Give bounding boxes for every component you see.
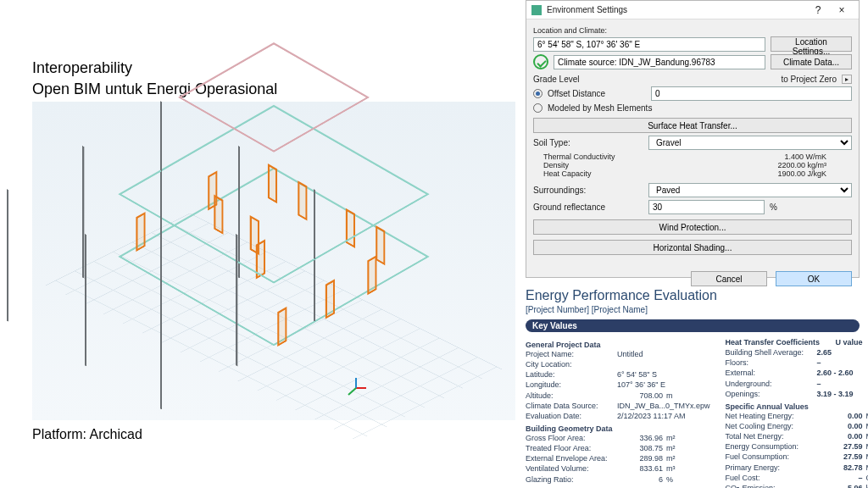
sav-fc-k: Fuel Consumption: [726, 452, 826, 462]
ground-reflectance-label: Ground reflectance [533, 202, 643, 212]
ground-reflectance-input[interactable] [648, 200, 765, 214]
gpd-city-v [617, 359, 666, 369]
help-button[interactable]: ? [806, 2, 830, 19]
htc-opn-k: Openings: [726, 389, 817, 399]
environment-settings-dialog: Environment Settings ? × Location and Cl… [526, 0, 860, 278]
htc-ext-v: 2.60 - 2.60 [817, 368, 866, 378]
offset-distance-label: Offset Distance [548, 89, 646, 98]
gpd-alt-v: 708.00 [626, 391, 663, 401]
key-values-bar: Key Values [526, 319, 860, 332]
climate-data-button[interactable]: Climate Data... [771, 54, 852, 69]
gpd-clim-v: IDN_JW_Ba...0_TMYx.epw [617, 401, 710, 411]
grade-level-label: Grade Level [533, 75, 643, 84]
wind-protection-button[interactable]: Wind Protection... [533, 219, 852, 235]
gpd-name-v: Untitled [617, 349, 666, 359]
app-icon [531, 5, 542, 15]
sav-fc-v: 27.59 [826, 452, 863, 462]
svg-line-2 [348, 388, 356, 395]
bgd-tfa-v: 308.75 [626, 443, 663, 453]
sav-nce-k: Net Cooling Energy: [726, 421, 826, 431]
thermal-cond-value: 1.400 W/mK [652, 152, 852, 161]
ok-button[interactable]: OK [776, 271, 852, 286]
gpd-alt-u: m [663, 391, 710, 401]
sav-ec-v: 27.59 [826, 441, 863, 452]
sav-co2-u: kg/m²a [863, 483, 868, 488]
bgd-gfa-k: Gross Floor Area: [526, 433, 626, 443]
htc-ext-k: External: [726, 368, 817, 378]
offset-distance-input[interactable] [651, 86, 852, 101]
cancel-button[interactable]: Cancel [691, 271, 767, 286]
bgd-vol-k: Ventilated Volume: [526, 463, 626, 474]
close-button[interactable]: × [830, 2, 854, 19]
surroundings-select[interactable]: Paved [648, 183, 852, 197]
dialog-title: Environment Settings [547, 5, 627, 14]
htc-opn-v: 3.19 - 3.19 [817, 389, 866, 399]
chevron-right-icon[interactable]: ▸ [842, 75, 852, 84]
bgd-glz-v: 6 [626, 474, 663, 485]
page-title: Interoperability [32, 59, 132, 77]
sav-nhe-v: 0.00 [826, 411, 863, 421]
density-value: 2200.00 kg/m³ [652, 161, 852, 169]
climate-source-display [554, 55, 765, 69]
energy-report: Energy Performance Evaluation [Project N… [526, 288, 860, 488]
gpd-lat-v: 6° 54' 58" S [617, 369, 666, 380]
sav-cost-u: GBP/m²a [863, 473, 868, 483]
gpd-header: General Project Data [526, 341, 710, 349]
sav-unit6: MJ/m²a [863, 463, 868, 473]
bgd-glz-u: % [663, 474, 710, 485]
sav-ec-k: Energy Consumption: [726, 441, 826, 452]
bgd-vol-v: 833.61 [626, 463, 663, 474]
sav-tne-v: 0.00 [826, 431, 863, 441]
htc-header: Heat Transfer Coefficients [726, 337, 836, 347]
htc-und-v: – [817, 379, 866, 389]
sav-unit3: MJ/m²a [863, 431, 868, 441]
modeled-by-mesh-radio[interactable] [533, 103, 542, 113]
location-settings-button[interactable]: Location Settings... [771, 36, 852, 52]
bgd-gfa-u: m² [663, 433, 710, 443]
sav-co2-v: 5.96 [826, 483, 863, 488]
horizontal-shading-button[interactable]: Horizontal Shading... [533, 240, 852, 255]
sav-cost-k: Fuel Cost: [726, 473, 826, 483]
sav-unit2: MJ/m²a [863, 421, 868, 431]
htc-uval-h: U value [836, 337, 868, 347]
sav-pe-v: 82.78 [826, 463, 863, 473]
bgd-env-v: 289.98 [626, 453, 663, 463]
model-viewport[interactable] [32, 102, 515, 420]
heat-capacity-value: 1900.00 J/kgK [652, 169, 852, 178]
sav-nce-v: 0.00 [826, 421, 863, 431]
gpd-eval-v: 2/12/2023 11:17 AM [617, 411, 710, 421]
bgd-vol-u: m³ [663, 463, 710, 474]
bgd-glz-k: Glazing Ratio: [526, 474, 626, 485]
htc-flr-k: Floors: [726, 358, 817, 368]
surroundings-label: Surroundings: [533, 186, 643, 195]
offset-distance-radio[interactable] [533, 89, 542, 98]
gpd-lat-k: Latitude: [526, 369, 617, 380]
bgd-header: Building Geometry Data [526, 424, 710, 433]
htc-flr-v: – [817, 358, 866, 368]
sav-tne-k: Total Net Energy: [726, 431, 826, 441]
gpd-clim-k: Climate Data Source: [526, 401, 617, 411]
gpd-eval-k: Evaluation Date: [526, 411, 617, 421]
bgd-env-u: m² [663, 453, 710, 463]
gpd-name-k: Project Name: [526, 349, 617, 359]
coordinates-input[interactable] [533, 37, 765, 52]
thermal-cond-label: Thermal Conductivity [533, 152, 652, 161]
htc-avg-k: Building Shell Average: [726, 347, 817, 358]
surface-heat-transfer-button[interactable]: Surface Heat Transfer... [533, 118, 852, 133]
soil-type-label: Soil Type: [533, 138, 643, 147]
heat-capacity-label: Heat Capacity [533, 169, 652, 178]
gpd-alt-k: Altitude: [526, 391, 626, 401]
sav-pe-k: Primary Energy: [726, 463, 826, 473]
sav-cost-v: – [826, 473, 863, 483]
bgd-tfa-u: m² [663, 443, 710, 453]
grade-level-target: to Project Zero [781, 75, 837, 84]
soil-type-select[interactable]: Gravel [648, 136, 852, 150]
sav-unit5: MJ/m²a [863, 452, 868, 462]
gpd-lon-k: Longitude: [526, 380, 617, 390]
bgd-gfa-v: 336.96 [626, 433, 663, 443]
status-ok-icon [533, 54, 548, 69]
bgd-tfa-k: Treated Floor Area: [526, 443, 626, 453]
reflectance-unit: % [770, 202, 777, 212]
htc-und-k: Underground: [726, 379, 817, 389]
htc-avg-v: 2.65 [817, 347, 866, 358]
